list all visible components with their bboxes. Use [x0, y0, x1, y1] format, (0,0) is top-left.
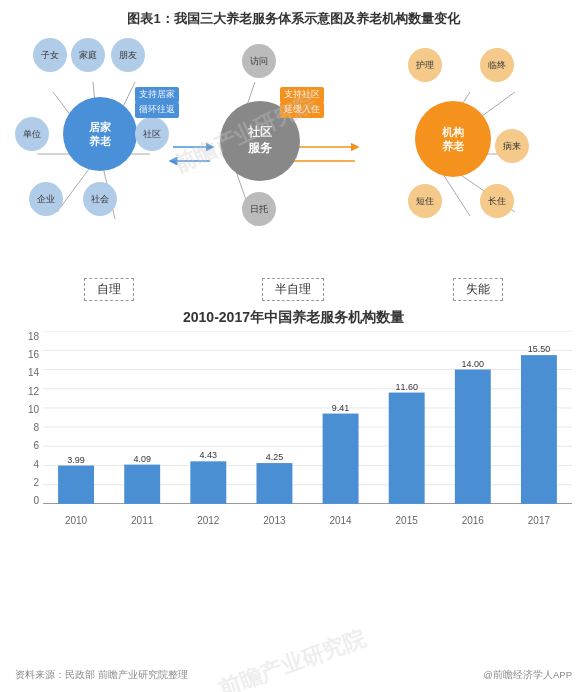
chart-title: 2010-2017年中国养老服务机构数量	[15, 309, 572, 327]
banziliao-label: 半自理	[262, 278, 324, 301]
bar-value-label: 4.09	[133, 454, 150, 464]
footer-source: 资料来源：民政部 前瞻产业研究院整理	[15, 669, 188, 682]
bar	[256, 463, 292, 504]
bar-value-label: 11.60	[395, 382, 417, 392]
right-cluster: 机构养老 护理 临终 病来 长住 短住 支持社区 延缓入住	[370, 44, 565, 234]
bar-value-label: 15.50	[528, 344, 550, 354]
footer-brand: @前瞻经济学人APP	[483, 669, 572, 682]
y-label: 0	[33, 495, 39, 506]
chart-svg: 3.994.094.434.259.4111.6014.0015.50	[43, 331, 572, 504]
duanzhu-circle: 短住	[408, 184, 442, 218]
qiye-circle: 企业	[29, 182, 63, 216]
huli-circle: 护理	[408, 48, 442, 82]
rituo-circle: 日托	[242, 192, 276, 226]
y-label: 10	[28, 404, 39, 415]
y-label: 6	[33, 440, 39, 451]
x-label: 2010	[43, 515, 109, 526]
shequ-left-circle: 社区	[135, 117, 169, 151]
bar	[389, 393, 425, 504]
x-label: 2014	[308, 515, 374, 526]
bar-value-label: 9.41	[332, 403, 349, 413]
bar-value-label: 4.43	[200, 450, 217, 460]
bar	[124, 465, 160, 504]
jigou-circle: 机构养老	[415, 101, 491, 177]
chart-body: 3.994.094.434.259.4111.6014.0015.50 2010…	[43, 331, 572, 526]
bar	[455, 370, 491, 504]
y-label: 18	[28, 331, 39, 342]
y-label: 8	[33, 422, 39, 433]
pengyou-circle: 朋友	[111, 38, 145, 72]
y-label: 16	[28, 349, 39, 360]
x-label: 2017	[506, 515, 572, 526]
fangwen-circle: 访问	[242, 44, 276, 78]
y-label: 14	[28, 367, 39, 378]
footer: 资料来源：民政部 前瞻产业研究院整理 @前瞻经济学人APP	[15, 669, 572, 682]
y-label: 12	[28, 386, 39, 397]
ziniu-circle: 子女	[33, 38, 67, 72]
zhichi-shequ-label: 支持社区	[280, 87, 324, 103]
y-label: 4	[33, 459, 39, 470]
jujia-circle: 居家养老	[63, 97, 137, 171]
x-label: 2013	[241, 515, 307, 526]
page-container: 图表1：我国三大养老服务体系示意图及养老机构数量变化	[0, 0, 587, 692]
bar	[521, 355, 557, 504]
x-label: 2016	[440, 515, 506, 526]
linzhong-circle: 临终	[480, 48, 514, 82]
chart-wrapper: 181614121086420 3.994.094.434.259.4111.6…	[15, 331, 572, 526]
bar	[323, 414, 359, 504]
center-cluster: 访问 社区服务 日托 支持居家 循环往返	[195, 44, 325, 234]
y-axis: 181614121086420	[15, 331, 43, 526]
jiating-circle: 家庭	[71, 38, 105, 72]
x-label: 2011	[109, 515, 175, 526]
danwei-circle: 单位	[15, 117, 49, 151]
bar	[58, 466, 94, 504]
binglei-circle: 病来	[495, 129, 529, 163]
x-label: 2015	[374, 515, 440, 526]
x-labels-row: 20102011201220132014201520162017	[43, 515, 572, 526]
yanhuan-label: 延缓入住	[280, 102, 324, 118]
shineng-label: 失能	[453, 278, 503, 301]
zhichi-jujia-label: 支持居家	[135, 87, 179, 103]
chart-section: 2010-2017年中国养老服务机构数量 181614121086420 3.9…	[15, 309, 572, 665]
changzhu-circle: 长住	[480, 184, 514, 218]
x-label: 2012	[175, 515, 241, 526]
diagram-title: 图表1：我国三大养老服务体系示意图及养老机构数量变化	[15, 10, 572, 28]
diagram-area: 居家养老 子女 家庭 朋友 单位 企业 社会 社区 访问 社区服务 日托 支持居…	[15, 34, 572, 274]
bar-value-label: 4.25	[266, 452, 283, 462]
left-cluster: 居家养老 子女 家庭 朋友 单位 企业 社会 社区	[15, 34, 190, 234]
bar-value-label: 3.99	[67, 455, 84, 465]
bar-value-label: 14.00	[462, 359, 484, 369]
diagram-section: 图表1：我国三大养老服务体系示意图及养老机构数量变化	[15, 10, 572, 301]
ziliao-label: 自理	[84, 278, 134, 301]
xunhuan-label: 循环往返	[135, 102, 179, 118]
y-label: 2	[33, 477, 39, 488]
bottom-labels-row: 自理 半自理 失能	[15, 278, 572, 301]
shehui-circle: 社会	[83, 182, 117, 216]
bar	[190, 461, 226, 503]
